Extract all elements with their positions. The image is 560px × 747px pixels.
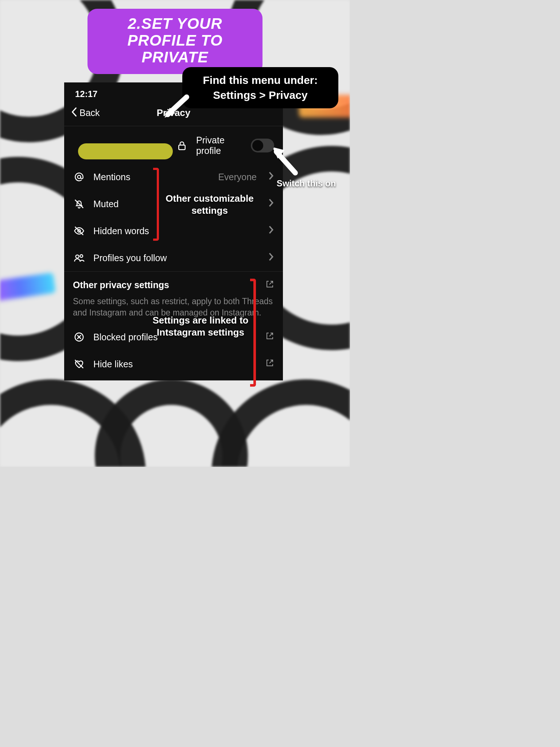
chevron-right-icon xyxy=(268,252,274,263)
hidden-words-label: Hidden words xyxy=(93,226,257,236)
svg-point-3 xyxy=(76,255,79,258)
arrow-icon xyxy=(161,93,190,124)
mentions-value: Everyone xyxy=(218,172,257,182)
external-link-icon xyxy=(265,332,274,342)
back-label: Back xyxy=(79,108,100,118)
hide-likes-label: Hide likes xyxy=(93,359,257,369)
annotation-switch-on: Switch this on xyxy=(270,178,343,189)
mentions-label: Mentions xyxy=(93,172,210,182)
svg-point-1 xyxy=(78,175,81,179)
back-button[interactable]: Back xyxy=(71,107,100,119)
other-privacy-heading: Other privacy settings xyxy=(73,280,169,290)
external-link-icon xyxy=(265,280,274,291)
people-icon xyxy=(73,252,85,264)
lock-icon xyxy=(176,139,188,152)
profiles-follow-label: Profiles you follow xyxy=(93,253,257,263)
eye-off-icon xyxy=(73,225,85,237)
svg-point-4 xyxy=(80,255,83,258)
at-icon xyxy=(73,171,85,183)
chevron-right-icon xyxy=(268,225,274,236)
row-private-profile[interactable]: Private profile xyxy=(64,126,283,163)
private-profile-toggle[interactable] xyxy=(251,139,274,152)
blocked-label: Blocked profiles xyxy=(93,332,257,342)
phone-screenshot: 12:17 Back Privacy Private profile Menti… xyxy=(64,82,283,380)
chevron-right-icon xyxy=(268,171,274,182)
bell-off-icon xyxy=(73,198,85,210)
annotation-find-menu: Find this menu under: Settings > Privacy xyxy=(182,67,338,108)
instruction-banner: 2.SET YOUR PROFILE TO PRIVATE xyxy=(88,9,262,74)
chevron-left-icon xyxy=(71,107,78,119)
row-hidden-words[interactable]: Hidden words xyxy=(64,217,283,244)
circle-x-icon xyxy=(73,331,85,343)
row-mentions[interactable]: Mentions Everyone xyxy=(64,163,283,190)
external-link-icon xyxy=(265,359,274,369)
private-profile-label: Private profile xyxy=(196,135,243,156)
muted-label: Muted xyxy=(93,199,257,209)
heart-off-icon xyxy=(73,358,85,370)
chevron-right-icon xyxy=(268,198,274,209)
row-profiles-you-follow[interactable]: Profiles you follow xyxy=(64,244,283,271)
svg-rect-0 xyxy=(179,145,185,150)
